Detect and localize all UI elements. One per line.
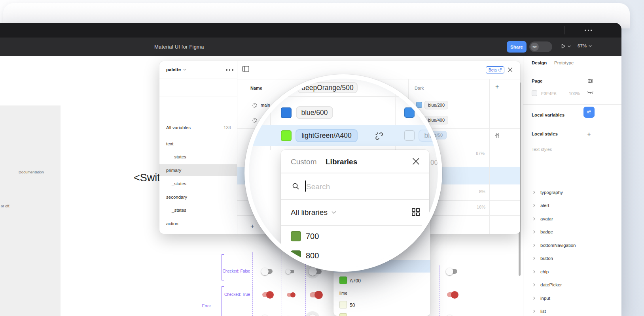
- chevron-right-icon: [533, 257, 535, 260]
- variant-grid-line: [463, 265, 463, 316]
- local-styles-label: Local styles: [532, 132, 558, 136]
- collection-group[interactable]: action: [166, 221, 178, 226]
- divider: [523, 104, 621, 105]
- text-style-item[interactable]: datePicker: [533, 282, 562, 287]
- collection-group[interactable]: _states: [172, 154, 186, 159]
- chevron-right-icon: [533, 244, 535, 247]
- collection-menu[interactable]: palette: [166, 67, 186, 72]
- library-color-item[interactable]: 700: [306, 232, 319, 241]
- switch-on-error-medium[interactable]: [447, 291, 457, 299]
- file-title[interactable]: Material UI for Figma: [154, 44, 204, 50]
- collection-group[interactable]: _states: [172, 208, 186, 213]
- chevron-right-icon: [533, 204, 535, 207]
- eye-closed-icon[interactable]: [587, 91, 593, 95]
- variant-grid-line: [439, 265, 439, 316]
- mag-swatch-lightgreen-a400: [281, 130, 292, 141]
- right-sidebar: Design Prototype Page F3F4F6 100% Local …: [523, 56, 621, 316]
- more-menu-icon[interactable]: [585, 30, 592, 31]
- text-style-item[interactable]: badge: [533, 229, 553, 234]
- tab-libraries[interactable]: Libraries: [326, 158, 357, 166]
- detach-sliders-icon[interactable]: [494, 133, 500, 139]
- page-color-hex[interactable]: F3F4F6: [541, 91, 557, 96]
- switch-on-error-large[interactable]: [310, 290, 322, 299]
- collection-more-icon[interactable]: [226, 69, 233, 71]
- search-input[interactable]: [306, 181, 393, 193]
- close-dialog-icon[interactable]: [412, 158, 420, 165]
- value-chip[interactable]: blue/200: [424, 101, 448, 109]
- library-color-item[interactable]: A700: [350, 278, 361, 284]
- variant-bracket: [222, 254, 224, 280]
- text-style-item[interactable]: typography: [533, 190, 563, 195]
- page-color-swatch[interactable]: [532, 90, 537, 96]
- switch-off-medium[interactable]: [447, 314, 457, 316]
- titlebar-separator: [564, 26, 565, 34]
- documentation-card: Documentation or off.: [0, 105, 61, 316]
- collections-panel: palette All variables 134 text _states p…: [159, 61, 237, 234]
- divider: [159, 96, 237, 96]
- switch-off-large[interactable]: [310, 314, 322, 316]
- chevron-down-icon: [589, 45, 592, 47]
- add-style-icon[interactable]: +: [587, 130, 591, 138]
- page-color-opacity[interactable]: 100%: [569, 91, 580, 96]
- divider: [523, 123, 621, 123]
- library-scope-dropdown[interactable]: All libraries: [291, 208, 336, 217]
- chevron-right-icon: [533, 310, 535, 313]
- variant-grid-line: [282, 252, 282, 316]
- collection-group[interactable]: text: [166, 141, 174, 146]
- text-style-item[interactable]: bottomNavigation: [533, 243, 576, 248]
- close-modal-icon[interactable]: [508, 67, 513, 72]
- color-swatch-a700: [339, 276, 347, 284]
- text-style-item[interactable]: button: [533, 256, 553, 261]
- documentation-link[interactable]: Documentation: [19, 170, 44, 174]
- share-button[interactable]: Share: [507, 41, 527, 53]
- tab-design[interactable]: Design: [532, 60, 547, 65]
- variant-grid-line: [252, 252, 253, 316]
- text-style-item[interactable]: alert: [533, 203, 549, 208]
- zoom-menu[interactable]: 67%: [578, 43, 592, 48]
- documentation-text: or off.: [1, 204, 10, 208]
- external-link-icon: [498, 68, 502, 71]
- text-style-item[interactable]: avatar: [533, 216, 553, 221]
- add-mode-button[interactable]: +: [495, 83, 499, 90]
- divider: [281, 199, 429, 200]
- switch-off-medium[interactable]: [447, 267, 457, 275]
- broken-link-icon: [374, 131, 384, 141]
- collection-group-selected[interactable]: primary: [166, 168, 181, 173]
- chevron-right-icon: [533, 270, 535, 273]
- library-color-item[interactable]: 50: [350, 303, 355, 308]
- library-color-item[interactable]: 800: [306, 251, 319, 260]
- chevron-down-icon: [568, 45, 571, 47]
- switch-on-error-medium[interactable]: [262, 291, 273, 299]
- switch-on-error-small[interactable]: [287, 292, 294, 297]
- toggle-sidebar-icon[interactable]: [242, 66, 249, 72]
- variable-mode-icon[interactable]: [587, 78, 594, 84]
- create-variable-button[interactable]: +: [250, 222, 254, 230]
- mag-swatch-blue400: [404, 107, 415, 118]
- chevron-right-icon: [533, 283, 535, 286]
- text-style-item[interactable]: chip: [533, 269, 549, 274]
- divider: [237, 79, 520, 79]
- dev-mode-toggle[interactable]: </>: [529, 41, 552, 52]
- text-style-item[interactable]: list: [533, 309, 546, 314]
- switch-off-small[interactable]: [287, 269, 294, 274]
- search-icon: [292, 182, 299, 190]
- palette-icon: [252, 103, 258, 108]
- zoom-level: 67%: [578, 43, 587, 48]
- grid-view-icon[interactable]: [411, 208, 420, 216]
- mag-value-chip: deepOrange/500: [297, 82, 358, 93]
- collection-group[interactable]: secondary: [166, 195, 187, 199]
- switch-off-medium[interactable]: [262, 267, 273, 275]
- divider: [281, 225, 429, 226]
- tab-prototype[interactable]: Prototype: [554, 60, 574, 65]
- local-variables-button[interactable]: [583, 107, 595, 118]
- switch-off-medium[interactable]: [262, 314, 273, 316]
- all-variables-item[interactable]: All variables: [166, 125, 191, 130]
- variable-name[interactable]: main: [261, 103, 270, 107]
- text-style-item[interactable]: input: [533, 296, 550, 301]
- play-icon: [561, 43, 566, 49]
- color-group-label: lime: [339, 291, 347, 295]
- collection-group[interactable]: _states: [172, 181, 186, 186]
- tab-custom[interactable]: Custom: [291, 158, 316, 166]
- present-button[interactable]: [561, 43, 571, 49]
- beta-badge[interactable]: Beta: [486, 66, 504, 73]
